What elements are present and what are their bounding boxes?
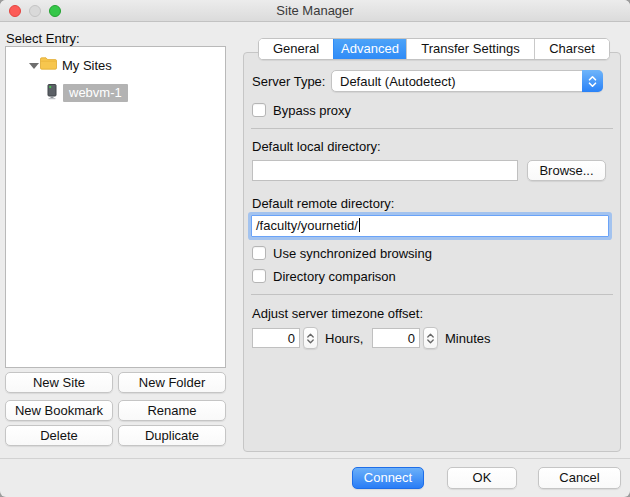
remote-directory-value: /faculty/yournetid/ — [256, 218, 358, 233]
divider — [251, 128, 613, 129]
delete-button[interactable]: Delete — [5, 425, 113, 446]
bypass-proxy-label: Bypass proxy — [273, 103, 351, 119]
dropdown-arrows-icon — [582, 70, 603, 92]
minutes-stepper[interactable] — [423, 327, 438, 349]
minutes-label: Minutes — [445, 331, 491, 347]
browse-button[interactable]: Browse... — [527, 160, 606, 181]
divider — [251, 294, 613, 295]
new-folder-button[interactable]: New Folder — [118, 372, 226, 393]
bypass-proxy-checkbox[interactable] — [252, 103, 266, 117]
server-type-label: Server Type: — [252, 74, 325, 90]
title-bar: Site Manager — [0, 0, 630, 22]
tab-charset[interactable]: Charset — [534, 39, 609, 59]
site-manager-dialog: Site Manager Select Entry: My Sites webv… — [0, 0, 630, 497]
rename-button[interactable]: Rename — [118, 400, 226, 421]
new-site-button[interactable]: New Site — [5, 372, 113, 393]
tree-item-webvm-1[interactable]: webvm-1 — [63, 84, 128, 102]
hours-label: Hours, — [325, 331, 363, 347]
hours-stepper[interactable] — [303, 327, 318, 349]
tab-general[interactable]: General — [259, 39, 333, 59]
synchronized-browsing-checkbox[interactable] — [252, 246, 266, 260]
tab-bar: General Advanced Transfer Settings Chars… — [258, 38, 610, 60]
tab-transfer-settings[interactable]: Transfer Settings — [406, 39, 534, 59]
text-caret — [359, 218, 360, 232]
server-type-value: Default (Autodetect) — [340, 73, 456, 90]
ok-button[interactable]: OK — [447, 467, 517, 489]
synchronized-browsing-label: Use synchronized browsing — [273, 246, 432, 262]
select-entry-label: Select Entry: — [6, 31, 80, 47]
server-type-dropdown[interactable]: Default (Autodetect) — [331, 70, 603, 92]
remote-directory-input[interactable]: /faculty/yournetid/ — [251, 215, 609, 237]
timezone-offset-label: Adjust server timezone offset: — [252, 306, 423, 322]
disclosure-triangle-icon[interactable] — [29, 63, 39, 69]
remote-directory-label: Default remote directory: — [252, 196, 394, 212]
new-bookmark-button[interactable]: New Bookmark — [5, 400, 113, 421]
tab-advanced[interactable]: Advanced — [333, 39, 406, 59]
server-icon — [46, 84, 58, 103]
folder-icon — [40, 57, 57, 73]
minutes-input[interactable] — [372, 328, 420, 348]
directory-comparison-checkbox[interactable] — [252, 269, 266, 283]
cancel-button[interactable]: Cancel — [538, 467, 621, 489]
hours-input[interactable] — [252, 328, 300, 348]
tree-item-my-sites[interactable]: My Sites — [62, 58, 112, 73]
directory-comparison-label: Directory comparison — [273, 269, 396, 285]
footer-divider — [0, 458, 630, 459]
duplicate-button[interactable]: Duplicate — [118, 425, 226, 446]
local-directory-label: Default local directory: — [252, 139, 381, 155]
local-directory-input[interactable] — [252, 160, 518, 181]
window-title: Site Manager — [0, 0, 630, 22]
connect-button[interactable]: Connect — [352, 467, 424, 489]
